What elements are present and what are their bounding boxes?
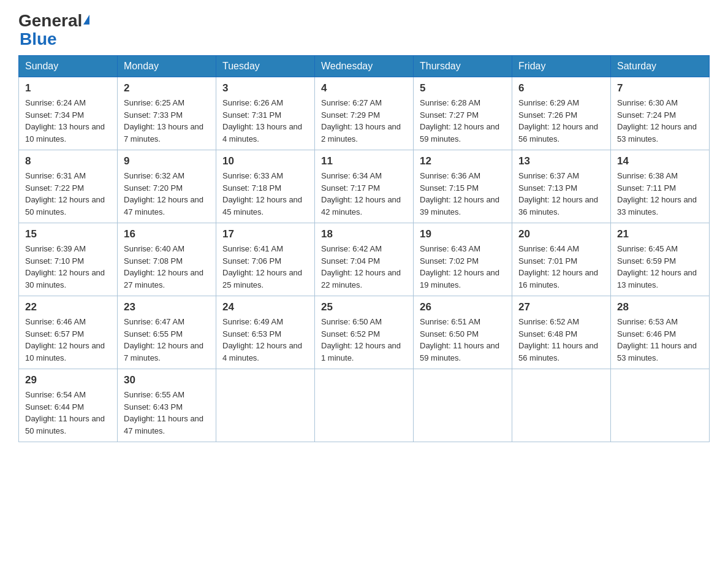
day-number: 20	[518, 228, 604, 240]
day-number: 29	[25, 374, 111, 386]
calendar-cell: 4 Sunrise: 6:27 AMSunset: 7:29 PMDayligh…	[315, 77, 414, 150]
day-number: 7	[617, 82, 703, 94]
calendar-cell: 9 Sunrise: 6:32 AMSunset: 7:20 PMDayligh…	[118, 150, 216, 223]
day-number: 9	[124, 155, 210, 167]
day-number: 14	[617, 155, 703, 167]
day-number: 4	[321, 82, 407, 94]
calendar-cell	[414, 369, 512, 442]
weekday-header-saturday: Saturday	[611, 56, 710, 77]
calendar-cell: 19 Sunrise: 6:43 AMSunset: 7:02 PMDaylig…	[414, 223, 512, 296]
weekday-header-monday: Monday	[118, 56, 216, 77]
day-info: Sunrise: 6:49 AMSunset: 6:53 PMDaylight:…	[222, 316, 308, 364]
calendar-week-4: 22 Sunrise: 6:46 AMSunset: 6:57 PMDaylig…	[19, 296, 710, 369]
day-info: Sunrise: 6:40 AMSunset: 7:08 PMDaylight:…	[124, 243, 210, 291]
day-info: Sunrise: 6:36 AMSunset: 7:15 PMDaylight:…	[420, 170, 506, 218]
day-info: Sunrise: 6:53 AMSunset: 6:46 PMDaylight:…	[617, 316, 703, 364]
calendar-cell: 28 Sunrise: 6:53 AMSunset: 6:46 PMDaylig…	[611, 296, 710, 369]
weekday-header-tuesday: Tuesday	[216, 56, 315, 77]
calendar-cell: 6 Sunrise: 6:29 AMSunset: 7:26 PMDayligh…	[512, 77, 611, 150]
day-info: Sunrise: 6:52 AMSunset: 6:48 PMDaylight:…	[518, 316, 604, 364]
calendar-cell: 23 Sunrise: 6:47 AMSunset: 6:55 PMDaylig…	[118, 296, 216, 369]
calendar-cell: 8 Sunrise: 6:31 AMSunset: 7:22 PMDayligh…	[19, 150, 118, 223]
day-info: Sunrise: 6:26 AMSunset: 7:31 PMDaylight:…	[222, 97, 308, 145]
day-info: Sunrise: 6:50 AMSunset: 6:52 PMDaylight:…	[321, 316, 407, 364]
day-info: Sunrise: 6:51 AMSunset: 6:50 PMDaylight:…	[420, 316, 506, 364]
calendar-week-1: 1 Sunrise: 6:24 AMSunset: 7:34 PMDayligh…	[19, 77, 710, 150]
calendar-cell: 24 Sunrise: 6:49 AMSunset: 6:53 PMDaylig…	[216, 296, 315, 369]
day-info: Sunrise: 6:33 AMSunset: 7:18 PMDaylight:…	[222, 170, 308, 218]
calendar-week-2: 8 Sunrise: 6:31 AMSunset: 7:22 PMDayligh…	[19, 150, 710, 223]
calendar-cell	[216, 369, 315, 442]
calendar-cell: 7 Sunrise: 6:30 AMSunset: 7:24 PMDayligh…	[611, 77, 710, 150]
day-info: Sunrise: 6:34 AMSunset: 7:17 PMDaylight:…	[321, 170, 407, 218]
day-number: 24	[222, 301, 308, 313]
calendar-week-3: 15 Sunrise: 6:39 AMSunset: 7:10 PMDaylig…	[19, 223, 710, 296]
day-info: Sunrise: 6:28 AMSunset: 7:27 PMDaylight:…	[420, 97, 506, 145]
day-info: Sunrise: 6:29 AMSunset: 7:26 PMDaylight:…	[518, 97, 604, 145]
day-number: 26	[420, 301, 506, 313]
day-info: Sunrise: 6:43 AMSunset: 7:02 PMDaylight:…	[420, 243, 506, 291]
calendar-cell: 11 Sunrise: 6:34 AMSunset: 7:17 PMDaylig…	[315, 150, 414, 223]
calendar-cell: 5 Sunrise: 6:28 AMSunset: 7:27 PMDayligh…	[414, 77, 512, 150]
day-number: 16	[124, 228, 210, 240]
calendar-cell	[611, 369, 710, 442]
day-info: Sunrise: 6:55 AMSunset: 6:43 PMDaylight:…	[124, 389, 210, 437]
calendar-week-5: 29 Sunrise: 6:54 AMSunset: 6:44 PMDaylig…	[19, 369, 710, 442]
day-number: 21	[617, 228, 703, 240]
calendar-cell: 20 Sunrise: 6:44 AMSunset: 7:01 PMDaylig…	[512, 223, 611, 296]
day-number: 27	[518, 301, 604, 313]
day-info: Sunrise: 6:47 AMSunset: 6:55 PMDaylight:…	[124, 316, 210, 364]
day-number: 8	[25, 155, 111, 167]
calendar-cell: 26 Sunrise: 6:51 AMSunset: 6:50 PMDaylig…	[414, 296, 512, 369]
calendar-cell: 10 Sunrise: 6:33 AMSunset: 7:18 PMDaylig…	[216, 150, 315, 223]
day-info: Sunrise: 6:32 AMSunset: 7:20 PMDaylight:…	[124, 170, 210, 218]
day-info: Sunrise: 6:41 AMSunset: 7:06 PMDaylight:…	[222, 243, 308, 291]
day-number: 19	[420, 228, 506, 240]
calendar-table: SundayMondayTuesdayWednesdayThursdayFrid…	[18, 55, 710, 442]
calendar-cell: 18 Sunrise: 6:42 AMSunset: 7:04 PMDaylig…	[315, 223, 414, 296]
logo-blue: Blue	[20, 29, 57, 48]
day-number: 30	[124, 374, 210, 386]
day-number: 13	[518, 155, 604, 167]
day-number: 25	[321, 301, 407, 313]
calendar-cell: 16 Sunrise: 6:40 AMSunset: 7:08 PMDaylig…	[118, 223, 216, 296]
day-info: Sunrise: 6:31 AMSunset: 7:22 PMDaylight:…	[25, 170, 111, 218]
day-info: Sunrise: 6:42 AMSunset: 7:04 PMDaylight:…	[321, 243, 407, 291]
day-info: Sunrise: 6:25 AMSunset: 7:33 PMDaylight:…	[124, 97, 210, 145]
calendar-cell: 2 Sunrise: 6:25 AMSunset: 7:33 PMDayligh…	[118, 77, 216, 150]
day-info: Sunrise: 6:38 AMSunset: 7:11 PMDaylight:…	[617, 170, 703, 218]
day-number: 17	[222, 228, 308, 240]
page-header: General Blue	[18, 12, 710, 49]
calendar-cell: 30 Sunrise: 6:55 AMSunset: 6:43 PMDaylig…	[118, 369, 216, 442]
day-number: 3	[222, 82, 308, 94]
day-number: 23	[124, 301, 210, 313]
day-info: Sunrise: 6:54 AMSunset: 6:44 PMDaylight:…	[25, 389, 111, 437]
calendar-cell: 13 Sunrise: 6:37 AMSunset: 7:13 PMDaylig…	[512, 150, 611, 223]
day-info: Sunrise: 6:44 AMSunset: 7:01 PMDaylight:…	[518, 243, 604, 291]
calendar-cell	[512, 369, 611, 442]
day-number: 2	[124, 82, 210, 94]
day-info: Sunrise: 6:30 AMSunset: 7:24 PMDaylight:…	[617, 97, 703, 145]
day-number: 1	[25, 82, 111, 94]
logo-text: General	[18, 12, 89, 29]
day-number: 10	[222, 155, 308, 167]
weekday-header-wednesday: Wednesday	[315, 56, 414, 77]
weekday-header-sunday: Sunday	[19, 56, 118, 77]
day-info: Sunrise: 6:37 AMSunset: 7:13 PMDaylight:…	[518, 170, 604, 218]
day-info: Sunrise: 6:27 AMSunset: 7:29 PMDaylight:…	[321, 97, 407, 145]
day-number: 18	[321, 228, 407, 240]
calendar-cell: 25 Sunrise: 6:50 AMSunset: 6:52 PMDaylig…	[315, 296, 414, 369]
weekday-header-friday: Friday	[512, 56, 611, 77]
day-number: 6	[518, 82, 604, 94]
day-info: Sunrise: 6:39 AMSunset: 7:10 PMDaylight:…	[25, 243, 111, 291]
day-number: 28	[617, 301, 703, 313]
weekday-header-row: SundayMondayTuesdayWednesdayThursdayFrid…	[19, 56, 710, 77]
calendar-cell: 14 Sunrise: 6:38 AMSunset: 7:11 PMDaylig…	[611, 150, 710, 223]
day-info: Sunrise: 6:24 AMSunset: 7:34 PMDaylight:…	[25, 97, 111, 145]
calendar-cell: 27 Sunrise: 6:52 AMSunset: 6:48 PMDaylig…	[512, 296, 611, 369]
day-info: Sunrise: 6:45 AMSunset: 6:59 PMDaylight:…	[617, 243, 703, 291]
day-number: 15	[25, 228, 111, 240]
calendar-cell	[315, 369, 414, 442]
day-number: 11	[321, 155, 407, 167]
day-number: 12	[420, 155, 506, 167]
